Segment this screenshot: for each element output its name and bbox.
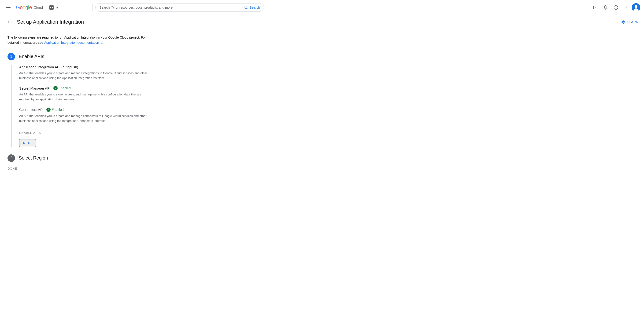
api3-name-row: Connectors API ✓ Enabled xyxy=(19,108,156,112)
step1-title: Enable APIs xyxy=(19,54,44,59)
learn-button[interactable]: LEARN xyxy=(621,20,638,24)
notifications-button[interactable] xyxy=(601,3,610,12)
api2-description: An API that enables you to store, access… xyxy=(19,92,150,102)
svg-line-12 xyxy=(101,42,102,43)
api3-description: An API that enables you to create and ma… xyxy=(19,114,150,123)
project-avatar xyxy=(49,5,54,10)
step1-number: 1 xyxy=(8,53,15,60)
svg-line-1 xyxy=(247,8,248,9)
external-link-icon xyxy=(100,41,102,44)
learn-label: LEARN xyxy=(627,20,638,24)
help-icon: ? xyxy=(614,5,618,10)
step1-content: Application Integration API (autopush) A… xyxy=(11,65,156,147)
api1-name: Application Integration API (autopush) xyxy=(19,65,78,69)
bell-icon xyxy=(603,5,608,10)
api2-name: Secret Manager API xyxy=(19,86,50,90)
svg-point-7 xyxy=(626,7,627,8)
search-label: Search xyxy=(250,5,260,9)
api3-name: Connectors API xyxy=(19,108,44,112)
done-button[interactable]: DONE xyxy=(8,167,17,170)
nav-icons: ? xyxy=(590,3,640,12)
top-navigation: Google Cloud ▾ Search (/) for resources,… xyxy=(0,0,644,15)
terminal-icon xyxy=(593,5,598,10)
step1-actions: ENABLE APIS NEXT xyxy=(19,129,156,147)
step2-title: Select Region xyxy=(19,155,48,161)
hamburger-menu[interactable] xyxy=(4,3,13,12)
step1-section: 1 Enable APIs Application Integration AP… xyxy=(8,53,156,147)
search-bar[interactable]: Search (/) for resources, docs, products… xyxy=(95,3,264,12)
user-avatar-icon xyxy=(632,3,640,12)
logo-text: Google xyxy=(16,4,32,10)
doc-link[interactable]: Application Integration documentation xyxy=(44,40,102,45)
api2-enabled-label: Enabled xyxy=(58,86,70,90)
api3-enabled-label: Enabled xyxy=(52,108,64,112)
intro-text-after: . xyxy=(102,41,103,44)
user-avatar[interactable] xyxy=(632,3,640,12)
svg-text:?: ? xyxy=(615,6,616,9)
check-icon-3: ✓ xyxy=(46,108,50,112)
search-button[interactable]: Search xyxy=(241,5,260,9)
help-button[interactable]: ? xyxy=(611,3,620,12)
svg-point-10 xyxy=(635,5,638,8)
project-selector[interactable]: ▾ xyxy=(46,3,92,12)
back-button[interactable] xyxy=(6,18,14,26)
intro-paragraph: The following steps are required to run … xyxy=(8,35,156,45)
page-header: Set up Application Integration LEARN xyxy=(0,15,644,29)
chevron-down-icon: ▾ xyxy=(56,5,58,10)
more-options-button[interactable] xyxy=(622,3,631,12)
logo-cloud-text: Cloud xyxy=(34,5,43,9)
search-placeholder: Search (/) for resources, docs, products… xyxy=(99,5,239,9)
more-vert-icon xyxy=(624,5,628,10)
search-icon xyxy=(244,5,248,9)
step1-header: 1 Enable APIs xyxy=(8,53,156,60)
page-title: Set up Application Integration xyxy=(17,19,618,25)
svg-point-6 xyxy=(626,5,627,6)
learn-icon xyxy=(621,20,626,24)
next-button[interactable]: NEXT xyxy=(19,139,36,147)
api1-description: An API that enables you to create and ma… xyxy=(19,71,150,81)
back-arrow-icon xyxy=(8,20,12,24)
hamburger-icon xyxy=(6,5,10,9)
page-footer: DONE xyxy=(8,167,156,170)
step2-header: 2 Select Region xyxy=(8,154,156,162)
step2-section: 2 Select Region xyxy=(8,154,156,162)
api-item-secretmanager: Secret Manager API ✓ Enabled An API that… xyxy=(19,86,156,102)
google-cloud-logo[interactable]: Google Cloud xyxy=(16,4,43,10)
doc-link-text: Application Integration documentation xyxy=(44,40,99,45)
api1-name-row: Application Integration API (autopush) xyxy=(19,65,156,69)
terminal-button[interactable] xyxy=(590,3,600,12)
enable-apis-button[interactable]: ENABLE APIS xyxy=(19,129,156,136)
step2-number: 2 xyxy=(8,154,15,162)
api3-enabled-badge: ✓ Enabled xyxy=(46,108,64,112)
check-icon-2: ✓ xyxy=(54,86,58,90)
main-content: The following steps are required to run … xyxy=(0,29,164,176)
api2-enabled-badge: ✓ Enabled xyxy=(54,86,70,90)
api2-name-row: Secret Manager API ✓ Enabled xyxy=(19,86,156,90)
svg-point-8 xyxy=(626,8,627,9)
api-item-connectors: Connectors API ✓ Enabled An API that ena… xyxy=(19,108,156,123)
api-item-appintegration: Application Integration API (autopush) A… xyxy=(19,65,156,81)
